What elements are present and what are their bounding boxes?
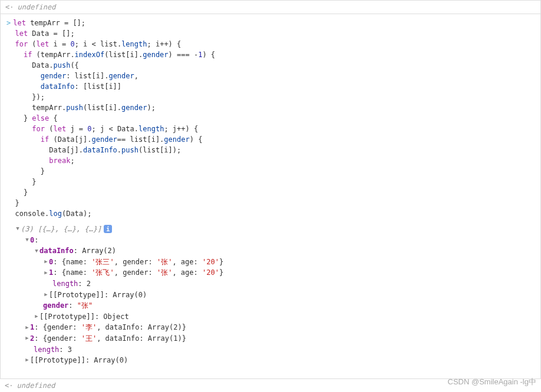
chevron-right-icon[interactable] — [24, 334, 30, 343]
datainfo-1[interactable]: 1: {name: '张飞', gender: '张', age: '20'} — [15, 267, 535, 278]
output-summary[interactable]: (3) [{…}, {…}, {…}] i — [15, 224, 535, 235]
chevron-down-icon[interactable] — [15, 225, 21, 233]
console-panel: <· undefined >let tempArr = []; let Data… — [0, 0, 541, 383]
output-item-1[interactable]: 1: {gender: '李', dataInfo: Array(2)} — [15, 322, 535, 333]
length-2: length: 2 — [15, 278, 535, 290]
undefined-label: undefined — [17, 381, 55, 390]
back-icon[interactable]: <· — [5, 3, 14, 11]
chevron-down-icon[interactable] — [34, 247, 39, 255]
chevron-right-icon[interactable] — [34, 313, 39, 321]
prompt-icon: > — [6, 19, 11, 27]
console-header: <· undefined — [1, 1, 540, 14]
datainfo-0[interactable]: 0: {name: '张三', gender: '张', age: '20'} — [15, 257, 535, 268]
chevron-right-icon[interactable] — [43, 291, 49, 299]
output-item-0[interactable]: 0: — [15, 235, 535, 246]
code-input[interactable]: >let tempArr = []; let Data = []; for (l… — [6, 18, 535, 219]
datainfo-row[interactable]: dataInfo: Array(2) — [15, 245, 535, 257]
chevron-right-icon[interactable] — [24, 324, 30, 332]
info-icon[interactable]: i — [104, 225, 112, 233]
prototype-object[interactable]: [[Prototype]]: Object — [15, 311, 535, 323]
chevron-right-icon[interactable] — [43, 258, 49, 266]
chevron-right-icon[interactable] — [24, 356, 30, 364]
gender-row: gender: "张" — [15, 300, 535, 311]
console-output: (3) [{…}, {…}, {…}] i 0: dataInfo: Array… — [6, 224, 535, 366]
length-3: length: 3 — [15, 344, 535, 356]
prototype-array-outer[interactable]: [[Prototype]]: Array(0) — [15, 355, 535, 366]
output-item-2[interactable]: 2: {gender: '王', dataInfo: Array(1)} — [15, 333, 535, 344]
back-icon[interactable]: <· — [5, 381, 13, 390]
console-content: >let tempArr = []; let Data = []; for (l… — [1, 14, 540, 383]
chevron-right-icon[interactable] — [43, 269, 49, 277]
chevron-down-icon[interactable] — [24, 236, 30, 244]
prototype-array[interactable]: [[Prototype]]: Array(0) — [15, 290, 535, 301]
undefined-label: undefined — [17, 3, 55, 11]
console-footer: <· undefined — [0, 378, 541, 392]
